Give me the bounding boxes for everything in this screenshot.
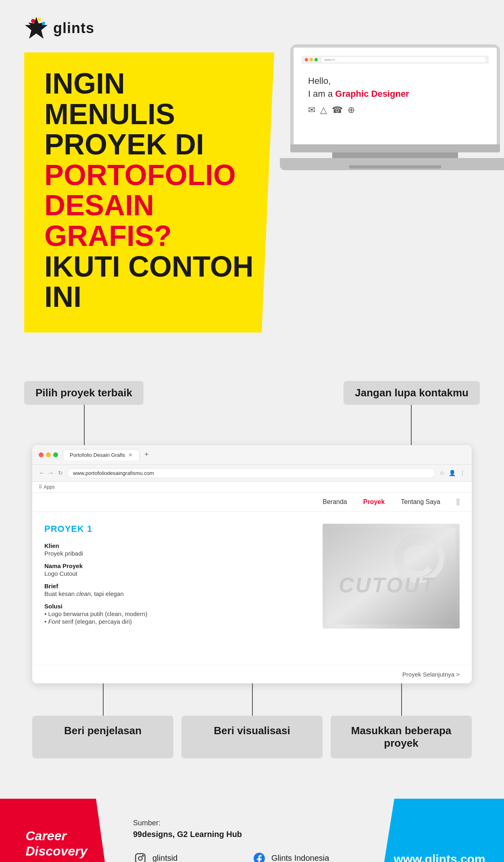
minimize-button[interactable] bbox=[46, 452, 51, 457]
nav-tentang[interactable]: Tentang Saya bbox=[401, 498, 440, 506]
project-image: CUTOUT CUTOUT bbox=[323, 524, 460, 629]
phone-icon: ☎ bbox=[332, 105, 343, 115]
project-field-brief: Brief Buat kesan clean, tapi elegan bbox=[44, 583, 310, 597]
svg-point-11 bbox=[138, 856, 142, 860]
footer-source-names: 99designs, G2 Learning Hub bbox=[133, 830, 355, 839]
annotation-top-left: Pilih proyek terbaik bbox=[24, 381, 144, 405]
headline-line3: DESAIN GRAFIS? bbox=[44, 190, 254, 251]
account-icon[interactable]: 👤 bbox=[449, 470, 456, 476]
annotation-bottom-right: Masukkan beberapaproyek bbox=[331, 716, 472, 758]
laptop-greeting: Hello, bbox=[308, 76, 482, 86]
social-instagram[interactable]: glintsid bbox=[133, 851, 236, 862]
footer-website-area: www.glints.com bbox=[375, 799, 504, 862]
nav-beranda[interactable]: Beranda bbox=[323, 498, 347, 506]
project-field-solusi: Solusi • Logo berwarna putih (clean, mod… bbox=[44, 603, 310, 625]
bookmarks-bar: ⠿ Apps bbox=[32, 482, 472, 493]
laptop-mockup: Skills P... Hello, I am a Graphic Design… bbox=[290, 44, 500, 170]
bottom-annotations: Beri penjelasan Beri visualisasi Masukka… bbox=[24, 716, 480, 758]
brand-name: glints bbox=[53, 20, 94, 37]
headline-line4: IKUTI CONTOH INI bbox=[44, 252, 254, 312]
forward-button[interactable]: → bbox=[48, 469, 54, 477]
bookmark-icon[interactable]: ☆ bbox=[439, 470, 445, 476]
instagram-icon bbox=[133, 851, 148, 862]
social-facebook[interactable]: Glints Indonesia bbox=[252, 851, 355, 862]
location-icon: △ bbox=[320, 105, 327, 115]
envelope-icon: ✉ bbox=[308, 105, 315, 115]
top-annotations: Pilih proyek terbaik Jangan lupa kontakm… bbox=[24, 381, 480, 405]
site-navigation: Beranda Proyek Tentang Saya bbox=[32, 493, 472, 512]
hero-headline: INGIN MENULIS PROYEK DI PORTOFOLIO DESAI… bbox=[44, 69, 254, 312]
middle-section: Pilih proyek terbaik Jangan lupa kontakm… bbox=[0, 357, 504, 775]
tab-close-icon[interactable]: ✕ bbox=[128, 452, 133, 458]
facebook-icon bbox=[252, 851, 267, 862]
footer-tagline-area: CareerDiscoveryWithoutLimits bbox=[0, 799, 113, 862]
laptop-browser-content: Skills P... Hello, I am a Graphic Design… bbox=[294, 48, 497, 144]
browser-body: PROYEK 1 Klien Proyek pribadi Nama Proye… bbox=[32, 512, 472, 665]
svg-point-3 bbox=[31, 19, 35, 23]
back-button[interactable]: ← bbox=[39, 469, 45, 477]
browser-window: Portofolio Desain Grafis ✕ + ← → ↻ www.p… bbox=[32, 445, 472, 683]
glints-logo-icon bbox=[24, 16, 48, 40]
laptop-role: I am a Graphic Designer bbox=[308, 89, 482, 99]
svg-point-4 bbox=[38, 18, 41, 21]
headline-line1: INGIN MENULIS bbox=[44, 69, 254, 129]
project-image-area: CUTOUT CUTOUT bbox=[323, 524, 460, 653]
footer-source-label: Sumber: bbox=[133, 819, 355, 827]
connector-line-bottom-right bbox=[401, 683, 402, 716]
browser-toolbar: Portofolio Desain Grafis ✕ + bbox=[32, 445, 472, 465]
nav-proyek[interactable]: Proyek bbox=[363, 498, 385, 506]
laptop-stand bbox=[332, 152, 458, 158]
laptop-contact-icons: ✉ △ ☎ ⊕ bbox=[308, 105, 482, 115]
social-links: glintsid Glints Indonesia glints bbox=[133, 851, 355, 862]
svg-point-12 bbox=[142, 855, 143, 856]
hero-banner: INGIN MENULIS PROYEK DI PORTOFOLIO DESAI… bbox=[24, 52, 274, 333]
instagram-handle: glintsid bbox=[152, 854, 177, 862]
connector-line-top-left bbox=[84, 405, 85, 445]
nav-action-icons: ☆ 👤 ⋮ bbox=[439, 470, 465, 476]
web-icon: ⊕ bbox=[348, 105, 355, 115]
refresh-button[interactable]: ↻ bbox=[58, 470, 63, 476]
headline-line2: PROYEK DI PORTOFOLIO bbox=[44, 129, 254, 190]
close-button[interactable] bbox=[39, 452, 44, 457]
facebook-name: Glints Indonesia bbox=[271, 854, 329, 862]
cutout-logo-svg: CUTOUT CUTOUT bbox=[327, 528, 456, 625]
laptop-screen: Skills P... Hello, I am a Graphic Design… bbox=[290, 44, 500, 144]
svg-text:CUTOUT: CUTOUT bbox=[339, 573, 435, 597]
hero-content: INGIN MENULIS PROYEK DI PORTOFOLIO DESAI… bbox=[24, 52, 480, 333]
connector-line-bottom-middle bbox=[252, 683, 253, 716]
nav-arrows: ← → bbox=[39, 469, 54, 477]
maximize-button[interactable] bbox=[53, 452, 58, 457]
menu-icon[interactable]: ⋮ bbox=[460, 470, 465, 476]
logo-area: glints bbox=[24, 16, 480, 40]
connector-line-bottom-left bbox=[103, 683, 104, 716]
footer-middle: Sumber: 99designs, G2 Learning Hub glint… bbox=[113, 799, 375, 862]
project-field-nama: Nama Proyek Logo Cutout bbox=[44, 562, 310, 577]
project-title: PROYEK 1 bbox=[44, 524, 310, 534]
annotation-top-right: Jangan lupa kontakmu bbox=[344, 381, 480, 405]
laptop-base bbox=[290, 144, 500, 152]
annotation-bottom-left: Beri penjelasan bbox=[32, 716, 173, 758]
project-info: PROYEK 1 Klien Proyek pribadi Nama Proye… bbox=[44, 524, 310, 653]
laptop-area: Skills P... Hello, I am a Graphic Design… bbox=[290, 44, 500, 170]
svg-point-5 bbox=[42, 22, 45, 25]
browser-tab[interactable]: Portofolio Desain Grafis ✕ bbox=[63, 449, 140, 460]
new-tab-button[interactable]: + bbox=[144, 450, 149, 459]
footer-tagline: CareerDiscoveryWithoutLimits bbox=[26, 828, 87, 862]
browser-nav: ← → ↻ www.portofoliodesaingrafismu.com ☆… bbox=[32, 465, 472, 482]
project-next-link[interactable]: Proyek Selanjutnya > bbox=[32, 665, 472, 683]
svg-rect-10 bbox=[135, 854, 145, 862]
annotation-bottom-middle: Beri visualisasi bbox=[181, 716, 323, 758]
project-field-klien: Klien Proyek pribadi bbox=[44, 542, 310, 557]
hero-section: glints INGIN MENULIS PROYEK DI PORTOFOLI… bbox=[0, 0, 504, 357]
url-bar[interactable]: www.portofoliodesaingrafismu.com bbox=[67, 468, 435, 478]
footer-website-url[interactable]: www.glints.com bbox=[394, 852, 485, 862]
footer-section: CareerDiscoveryWithoutLimits Sumber: 99d… bbox=[0, 799, 504, 862]
apps-grid-icon: ⠿ bbox=[39, 484, 42, 490]
browser-traffic-lights bbox=[39, 452, 58, 457]
